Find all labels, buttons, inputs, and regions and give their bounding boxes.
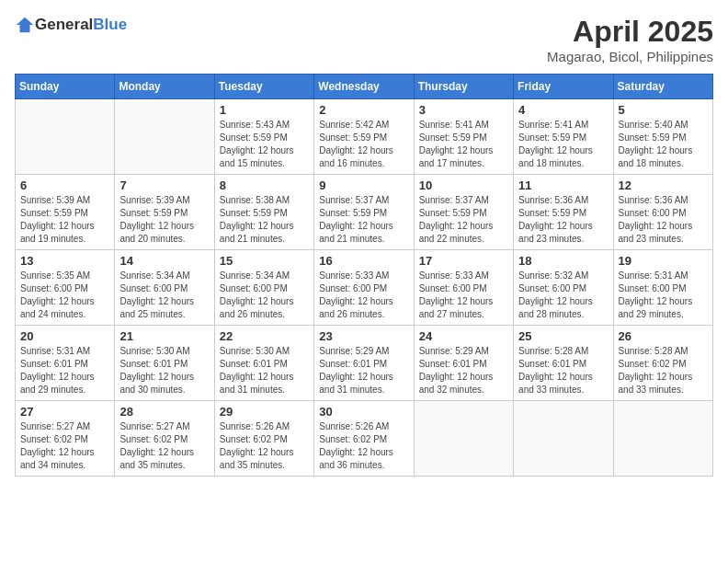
- calendar-header-row: Sunday Monday Tuesday Wednesday Thursday…: [16, 75, 713, 99]
- day-number: 14: [119, 254, 209, 268]
- col-thursday: Thursday: [414, 75, 513, 99]
- table-row: 18Sunrise: 5:32 AM Sunset: 6:00 PM Dayli…: [514, 250, 613, 326]
- day-info: Sunrise: 5:33 AM Sunset: 6:00 PM Dayligh…: [319, 270, 408, 321]
- day-number: 20: [20, 329, 109, 343]
- day-number: 17: [419, 254, 508, 268]
- calendar-week-row: 27Sunrise: 5:27 AM Sunset: 6:02 PM Dayli…: [16, 401, 713, 477]
- day-info: Sunrise: 5:39 AM Sunset: 5:59 PM Dayligh…: [119, 194, 209, 246]
- day-info: Sunrise: 5:43 AM Sunset: 5:59 PM Dayligh…: [220, 119, 309, 170]
- day-number: 5: [619, 103, 708, 117]
- col-tuesday: Tuesday: [214, 75, 313, 99]
- calendar-week-row: 20Sunrise: 5:31 AM Sunset: 6:01 PM Dayli…: [16, 326, 713, 401]
- table-row: 19Sunrise: 5:31 AM Sunset: 6:00 PM Dayli…: [613, 250, 712, 326]
- table-row: 14Sunrise: 5:34 AM Sunset: 6:00 PM Dayli…: [115, 250, 214, 326]
- day-number: 21: [119, 329, 209, 343]
- day-info: Sunrise: 5:29 AM Sunset: 6:01 PM Dayligh…: [419, 345, 508, 396]
- day-number: 29: [220, 405, 309, 419]
- day-info: Sunrise: 5:36 AM Sunset: 6:00 PM Dayligh…: [619, 194, 708, 246]
- table-row: 9Sunrise: 5:37 AM Sunset: 5:59 PM Daylig…: [314, 175, 414, 250]
- table-row: 4Sunrise: 5:41 AM Sunset: 5:59 PM Daylig…: [514, 99, 613, 175]
- table-row: 17Sunrise: 5:33 AM Sunset: 6:00 PM Dayli…: [414, 250, 513, 326]
- day-number: 18: [518, 254, 608, 268]
- table-row: 25Sunrise: 5:28 AM Sunset: 6:01 PM Dayli…: [514, 326, 613, 401]
- day-number: 7: [119, 178, 209, 192]
- col-wednesday: Wednesday: [314, 75, 414, 99]
- day-number: 1: [220, 103, 309, 117]
- day-info: Sunrise: 5:27 AM Sunset: 6:02 PM Dayligh…: [119, 420, 209, 472]
- month-title: April 2025: [547, 15, 713, 49]
- day-info: Sunrise: 5:39 AM Sunset: 5:59 PM Dayligh…: [20, 194, 109, 246]
- calendar-week-row: 1Sunrise: 5:43 AM Sunset: 5:59 PM Daylig…: [16, 99, 713, 175]
- day-number: 16: [319, 254, 408, 268]
- day-number: 10: [419, 178, 508, 192]
- day-number: 12: [619, 178, 708, 192]
- day-info: Sunrise: 5:36 AM Sunset: 5:59 PM Dayligh…: [518, 194, 608, 246]
- svg-marker-0: [17, 17, 33, 33]
- logo-icon: [15, 15, 35, 35]
- day-number: 23: [319, 329, 408, 343]
- col-saturday: Saturday: [613, 75, 712, 99]
- calendar-week-row: 6Sunrise: 5:39 AM Sunset: 5:59 PM Daylig…: [16, 175, 713, 250]
- day-info: Sunrise: 5:31 AM Sunset: 6:01 PM Dayligh…: [20, 345, 109, 396]
- table-row: 29Sunrise: 5:26 AM Sunset: 6:02 PM Dayli…: [214, 401, 313, 477]
- day-number: 15: [220, 254, 309, 268]
- day-number: 3: [419, 103, 508, 117]
- day-number: 11: [518, 178, 608, 192]
- day-info: Sunrise: 5:26 AM Sunset: 6:02 PM Dayligh…: [319, 420, 408, 472]
- table-row: 28Sunrise: 5:27 AM Sunset: 6:02 PM Dayli…: [115, 401, 214, 477]
- day-number: 2: [319, 103, 408, 117]
- day-info: Sunrise: 5:29 AM Sunset: 6:01 PM Dayligh…: [319, 345, 408, 396]
- calendar-table: Sunday Monday Tuesday Wednesday Thursday…: [15, 74, 713, 477]
- table-row: 23Sunrise: 5:29 AM Sunset: 6:01 PM Dayli…: [314, 326, 414, 401]
- day-number: 25: [518, 329, 608, 343]
- day-info: Sunrise: 5:35 AM Sunset: 6:00 PM Dayligh…: [20, 270, 109, 321]
- day-number: 24: [419, 329, 508, 343]
- day-number: 8: [220, 178, 309, 192]
- table-row: 27Sunrise: 5:27 AM Sunset: 6:02 PM Dayli…: [16, 401, 115, 477]
- table-row: 3Sunrise: 5:41 AM Sunset: 5:59 PM Daylig…: [414, 99, 513, 175]
- header: GeneralBlue April 2025 Magarao, Bicol, P…: [15, 15, 713, 64]
- day-info: Sunrise: 5:28 AM Sunset: 6:01 PM Dayligh…: [518, 345, 608, 396]
- title-area: April 2025 Magarao, Bicol, Philippines: [547, 15, 713, 64]
- table-row: 15Sunrise: 5:34 AM Sunset: 6:00 PM Dayli…: [214, 250, 313, 326]
- day-number: 6: [20, 178, 109, 192]
- day-info: Sunrise: 5:26 AM Sunset: 6:02 PM Dayligh…: [220, 420, 309, 472]
- day-info: Sunrise: 5:37 AM Sunset: 5:59 PM Dayligh…: [419, 194, 508, 246]
- logo-general: General: [35, 16, 93, 33]
- table-row: 26Sunrise: 5:28 AM Sunset: 6:02 PM Dayli…: [613, 326, 712, 401]
- day-info: Sunrise: 5:30 AM Sunset: 6:01 PM Dayligh…: [119, 345, 209, 396]
- table-row: 12Sunrise: 5:36 AM Sunset: 6:00 PM Dayli…: [613, 175, 712, 250]
- day-number: 26: [619, 329, 708, 343]
- day-number: 30: [319, 405, 408, 419]
- day-info: Sunrise: 5:32 AM Sunset: 6:00 PM Dayligh…: [518, 270, 608, 321]
- table-row: [16, 99, 115, 175]
- day-number: 19: [619, 254, 708, 268]
- day-info: Sunrise: 5:34 AM Sunset: 6:00 PM Dayligh…: [119, 270, 209, 321]
- day-info: Sunrise: 5:30 AM Sunset: 6:01 PM Dayligh…: [220, 345, 309, 396]
- logo-blue: Blue: [93, 16, 127, 33]
- day-info: Sunrise: 5:41 AM Sunset: 5:59 PM Dayligh…: [419, 119, 508, 170]
- location-subtitle: Magarao, Bicol, Philippines: [547, 49, 713, 64]
- table-row: 1Sunrise: 5:43 AM Sunset: 5:59 PM Daylig…: [214, 99, 313, 175]
- table-row: 20Sunrise: 5:31 AM Sunset: 6:01 PM Dayli…: [16, 326, 115, 401]
- table-row: 30Sunrise: 5:26 AM Sunset: 6:02 PM Dayli…: [314, 401, 414, 477]
- day-number: 4: [518, 103, 608, 117]
- table-row: 21Sunrise: 5:30 AM Sunset: 6:01 PM Dayli…: [115, 326, 214, 401]
- day-info: Sunrise: 5:41 AM Sunset: 5:59 PM Dayligh…: [518, 119, 608, 170]
- table-row: 10Sunrise: 5:37 AM Sunset: 5:59 PM Dayli…: [414, 175, 513, 250]
- table-row: [613, 401, 712, 477]
- table-row: [414, 401, 513, 477]
- table-row: 24Sunrise: 5:29 AM Sunset: 6:01 PM Dayli…: [414, 326, 513, 401]
- table-row: 16Sunrise: 5:33 AM Sunset: 6:00 PM Dayli…: [314, 250, 414, 326]
- col-friday: Friday: [514, 75, 613, 99]
- table-row: [514, 401, 613, 477]
- logo: GeneralBlue: [15, 15, 127, 35]
- day-number: 13: [20, 254, 109, 268]
- table-row: 11Sunrise: 5:36 AM Sunset: 5:59 PM Dayli…: [514, 175, 613, 250]
- table-row: 6Sunrise: 5:39 AM Sunset: 5:59 PM Daylig…: [16, 175, 115, 250]
- col-monday: Monday: [115, 75, 214, 99]
- day-info: Sunrise: 5:40 AM Sunset: 5:59 PM Dayligh…: [619, 119, 708, 170]
- day-info: Sunrise: 5:37 AM Sunset: 5:59 PM Dayligh…: [319, 194, 408, 246]
- day-number: 9: [319, 178, 408, 192]
- table-row: 5Sunrise: 5:40 AM Sunset: 5:59 PM Daylig…: [613, 99, 712, 175]
